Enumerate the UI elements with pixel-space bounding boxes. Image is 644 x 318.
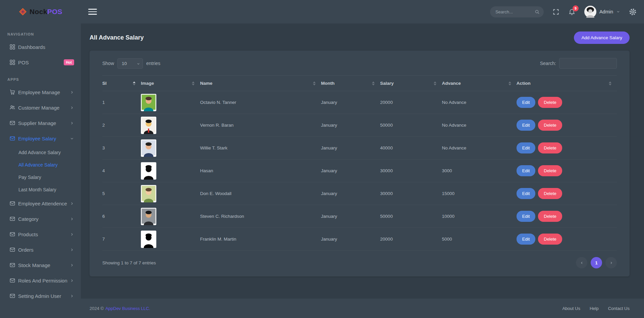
cell-action: EditDelete: [517, 114, 617, 137]
edit-button[interactable]: Edit: [517, 165, 535, 176]
sidebar-item-orders[interactable]: Orders: [0, 242, 81, 257]
column-label: Advance: [442, 81, 461, 86]
delete-button[interactable]: Delete: [538, 188, 562, 199]
column-header-image[interactable]: Image: [141, 76, 200, 91]
sidebar-item-category[interactable]: Category: [0, 211, 81, 227]
hot-badge: Hot: [64, 59, 74, 65]
column-header-sl[interactable]: Sl: [102, 76, 141, 91]
menu-toggle-button[interactable]: [88, 9, 97, 15]
sort-icon: [508, 81, 511, 85]
cell-sl: 2: [102, 114, 141, 137]
cell-month: January: [321, 182, 380, 205]
cell-advance: No Advance: [442, 137, 516, 160]
topbar: 9 Admin: [81, 0, 644, 23]
user-name: Admin: [599, 9, 613, 14]
company-link[interactable]: AppDev Business LLC.: [105, 306, 150, 311]
sidebar-item-customer-manage[interactable]: Customer Manage: [0, 100, 81, 115]
page-size-select[interactable]: 10: [117, 58, 143, 69]
sidebar-item-label: Supplier Manage: [18, 120, 56, 126]
edit-button[interactable]: Edit: [517, 234, 535, 245]
column-label: Action: [517, 81, 531, 86]
column-header-month[interactable]: Month: [321, 76, 380, 91]
sidebar-item-dashboards[interactable]: Dashboards: [0, 39, 81, 55]
sidebar-item-employee-attendence[interactable]: Employee Attendence: [0, 196, 81, 211]
delete-button[interactable]: Delete: [538, 211, 562, 222]
delete-button[interactable]: Delete: [538, 97, 562, 108]
add-advance-salary-button[interactable]: Add Advance Salary: [574, 31, 630, 44]
sidebar-subitem-all-advance-salary[interactable]: All Advance Salary: [0, 158, 81, 171]
column-header-salary[interactable]: Salary: [380, 76, 442, 91]
column-label: Sl: [102, 81, 107, 86]
notification-badge: 9: [573, 5, 579, 11]
sidebar-item-label: Orders: [18, 247, 34, 253]
sort-icon: [192, 81, 195, 85]
column-label: Salary: [380, 81, 394, 86]
edit-button[interactable]: Edit: [517, 188, 535, 199]
pagination-page-button[interactable]: 1: [591, 257, 602, 268]
delete-button[interactable]: Delete: [538, 142, 562, 153]
cell-month: January: [321, 114, 380, 137]
user-menu[interactable]: Admin: [584, 6, 620, 18]
user-avatar: [584, 6, 596, 18]
cell-month: January: [321, 91, 380, 114]
edit-button[interactable]: Edit: [517, 97, 535, 108]
sidebar-item-label: Setting Admin User: [18, 293, 61, 299]
pagination: 1: [576, 257, 617, 268]
table-search-input[interactable]: [559, 58, 617, 69]
sidebar-item-label: Roles And Permission: [18, 278, 67, 283]
footer-link-contact-us[interactable]: Contact Us: [608, 306, 630, 311]
sidebar-section-apps: APPS: [0, 70, 81, 84]
sidebar-item-roles-and-permission[interactable]: Roles And Permission: [0, 273, 81, 288]
footer-link-help[interactable]: Help: [590, 306, 599, 311]
column-header-name[interactable]: Name: [200, 76, 321, 91]
logo-icon: [18, 7, 27, 16]
sort-icon: [372, 81, 375, 85]
mail-icon: [9, 120, 16, 126]
cell-action: EditDelete: [517, 137, 617, 160]
sidebar-item-supplier-manage[interactable]: Supplier Manage: [0, 115, 81, 131]
sidebar-item-label: Employee Attendence: [18, 201, 67, 206]
column-header-action[interactable]: Action: [517, 76, 617, 91]
settings-button[interactable]: [629, 8, 637, 16]
sidebar-item-stock-manage[interactable]: Stock Manage: [0, 257, 81, 273]
delete-button[interactable]: Delete: [538, 120, 562, 131]
dashboard-icon: [9, 59, 16, 66]
global-search-input[interactable]: [495, 9, 535, 14]
notifications-button[interactable]: 9: [568, 8, 576, 15]
fullscreen-button[interactable]: [552, 8, 559, 15]
chevron-right-icon: [70, 106, 74, 110]
mail-icon: [9, 200, 16, 207]
logo[interactable]: NockPOS: [0, 0, 81, 23]
sidebar-item-setting-admin-user[interactable]: Setting Admin User: [0, 288, 81, 304]
users-icon: [9, 104, 16, 111]
edit-button[interactable]: Edit: [517, 142, 535, 153]
delete-button[interactable]: Delete: [538, 234, 562, 245]
show-label: Show: [102, 61, 114, 66]
sidebar-item-products[interactable]: Products: [0, 227, 81, 242]
employee-photo: [141, 117, 156, 134]
sidebar-subitem-last-month-salary[interactable]: Last Month Salary: [0, 183, 81, 196]
cell-image: [141, 137, 200, 160]
footer-link-about-us[interactable]: About Us: [562, 306, 580, 311]
gear-icon: [629, 8, 637, 16]
table-row: 1Octavio N. TannerJanuary20000No Advance…: [102, 91, 617, 114]
column-header-advance[interactable]: Advance: [442, 76, 516, 91]
cell-image: [141, 160, 200, 182]
sidebar-item-employee-manage[interactable]: Employee Manage: [0, 84, 81, 100]
edit-button[interactable]: Edit: [517, 120, 535, 131]
sidebar-item-label: Customer Manage: [18, 105, 59, 111]
chevron-right-icon: [70, 121, 74, 125]
sidebar-subitem-pay-salary[interactable]: Pay Salary: [0, 171, 81, 183]
table-row: 5Don E. WoodallJanuary3000015000EditDele…: [102, 182, 617, 205]
sidebar-item-employee-salary[interactable]: Employee Salary: [0, 131, 81, 146]
chevron-right-icon: [70, 278, 74, 283]
global-search[interactable]: [490, 6, 544, 17]
edit-button[interactable]: Edit: [517, 211, 535, 222]
delete-button[interactable]: Delete: [538, 165, 562, 176]
sidebar-subitem-add-advance-salary[interactable]: Add Advance Salary: [0, 146, 81, 158]
search-icon: [535, 9, 540, 14]
pagination-prev-button[interactable]: [576, 257, 587, 268]
sidebar-item-pos[interactable]: POSHot: [0, 55, 81, 70]
chevron-right-icon: [70, 90, 74, 94]
pagination-next-button[interactable]: [605, 257, 617, 268]
